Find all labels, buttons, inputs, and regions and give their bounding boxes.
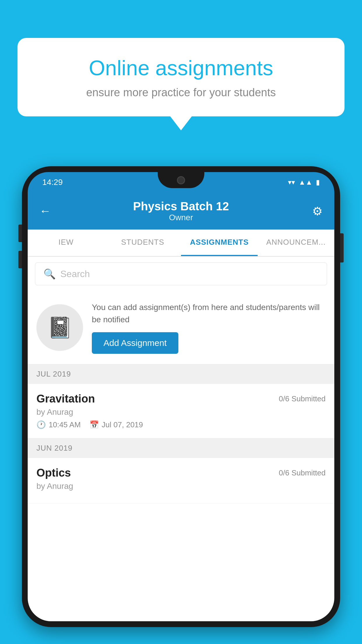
- search-container: 🔍 Search: [28, 257, 334, 291]
- assignment-name-optics: Optics: [36, 467, 71, 479]
- status-bar: 14:29 ▾▾ ▲▲ ▮: [28, 172, 334, 192]
- camera-lens: [177, 176, 185, 184]
- search-icon: 🔍: [43, 268, 56, 280]
- assignment-author-optics: by Anurag: [36, 482, 326, 491]
- phone-notch: [158, 172, 204, 188]
- add-assignment-button[interactable]: Add Assignment: [92, 332, 178, 354]
- section-header-jul: JUL 2019: [28, 364, 334, 384]
- assignment-item-optics[interactable]: Optics 0/6 Submitted by Anurag: [28, 458, 334, 503]
- battery-icon: ▮: [316, 178, 320, 186]
- speech-bubble: Online assignments ensure more practice …: [17, 38, 345, 116]
- assignment-row-top-optics: Optics 0/6 Submitted: [36, 467, 326, 479]
- tab-bar: IEW STUDENTS ASSIGNMENTS ANNOUNCEM...: [28, 230, 334, 257]
- assignment-meta-gravitation: 🕐 10:45 AM 📅 Jul 07, 2019: [36, 420, 326, 429]
- assignment-submitted-gravitation: 0/6 Submitted: [279, 393, 326, 403]
- phone-device: 14:29 ▾▾ ▲▲ ▮ ← Physics Batch 12 Owner ⚙: [22, 166, 340, 627]
- tab-iew[interactable]: IEW: [28, 230, 104, 256]
- header-title-group: Physics Batch 12 Owner: [57, 200, 305, 222]
- speech-bubble-title: Online assignments: [38, 55, 324, 80]
- promo-text-block: You can add assignment(s) from here and …: [92, 301, 326, 354]
- search-placeholder: Search: [60, 269, 90, 279]
- header-subtitle: Owner: [57, 213, 305, 222]
- tab-assignments[interactable]: ASSIGNMENTS: [181, 230, 258, 256]
- assignment-item-gravitation[interactable]: Gravitation 0/6 Submitted by Anurag 🕐 10…: [28, 384, 334, 438]
- volume-up-button: [18, 225, 22, 242]
- speech-bubble-section: Online assignments ensure more practice …: [17, 38, 345, 116]
- assignment-submitted-optics: 0/6 Submitted: [279, 467, 326, 477]
- assignment-time-gravitation: 10:45 AM: [49, 420, 81, 429]
- phone-screen: ← Physics Batch 12 Owner ⚙ IEW STUDENTS …: [28, 192, 334, 621]
- header-title: Physics Batch 12: [57, 200, 305, 213]
- settings-button[interactable]: ⚙: [305, 204, 323, 218]
- speech-bubble-subtitle: ensure more practice for your students: [38, 86, 324, 99]
- search-bar[interactable]: 🔍 Search: [35, 262, 327, 285]
- assignment-name-gravitation: Gravitation: [36, 393, 95, 405]
- tab-students[interactable]: STUDENTS: [104, 230, 181, 256]
- phone-wrapper: 14:29 ▾▾ ▲▲ ▮ ← Physics Batch 12 Owner ⚙: [22, 166, 340, 644]
- calendar-icon: 📅: [89, 420, 99, 429]
- assignment-date-gravitation: Jul 07, 2019: [102, 420, 143, 429]
- volume-down-button: [18, 251, 22, 268]
- promo-description: You can add assignment(s) from here and …: [92, 301, 326, 326]
- wifi-icon: ▾▾: [288, 178, 295, 186]
- assignment-row-top: Gravitation 0/6 Submitted: [36, 393, 326, 405]
- tab-announcements[interactable]: ANNOUNCEM...: [258, 230, 334, 256]
- clock-icon: 🕐: [36, 420, 46, 429]
- status-time: 14:29: [42, 178, 63, 187]
- assignment-author-gravitation: by Anurag: [36, 407, 326, 417]
- app-header: ← Physics Batch 12 Owner ⚙: [28, 192, 334, 230]
- meta-time-gravitation: 🕐 10:45 AM: [36, 420, 81, 429]
- section-header-jun: JUN 2019: [28, 438, 334, 458]
- signal-icon: ▲▲: [298, 178, 312, 186]
- promo-card: 📓 You can add assignment(s) from here an…: [28, 291, 334, 364]
- promo-icon-circle: 📓: [36, 304, 83, 351]
- power-button: [340, 233, 344, 262]
- status-icons: ▾▾ ▲▲ ▮: [288, 178, 320, 186]
- notebook-icon: 📓: [47, 316, 73, 340]
- back-button[interactable]: ←: [39, 204, 57, 218]
- meta-date-gravitation: 📅 Jul 07, 2019: [89, 420, 143, 429]
